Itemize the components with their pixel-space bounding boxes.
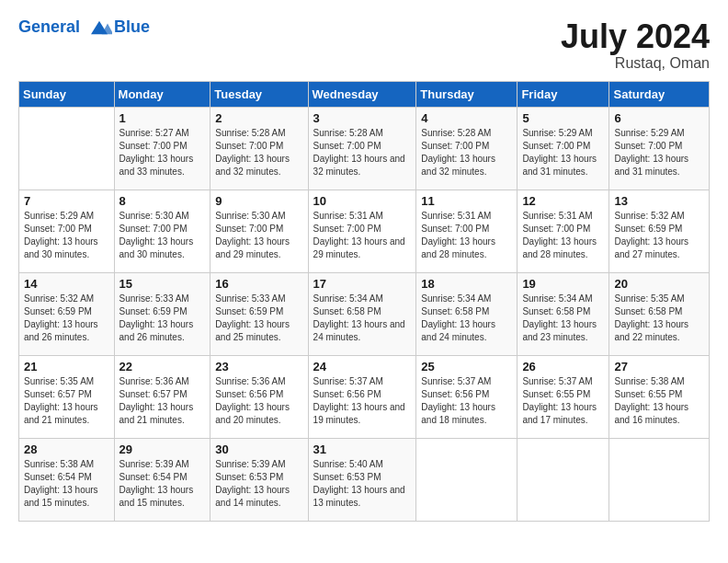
calendar-week-row: 1 Sunrise: 5:27 AM Sunset: 7:00 PM Dayli… xyxy=(19,107,710,190)
calendar-cell: 16 Sunrise: 5:33 AM Sunset: 6:59 PM Dayl… xyxy=(210,272,308,355)
calendar-cell: 17 Sunrise: 5:34 AM Sunset: 6:58 PM Dayl… xyxy=(308,272,416,355)
day-number: 3 xyxy=(313,111,412,125)
day-number: 13 xyxy=(614,194,704,208)
day-number: 22 xyxy=(119,360,206,373)
day-info: Sunrise: 5:30 AM Sunset: 7:00 PM Dayligh… xyxy=(215,210,302,261)
day-number: 11 xyxy=(421,194,512,208)
page-header: General Blue July 2024 Rustaq, Oman xyxy=(18,18,710,72)
day-info: Sunrise: 5:36 AM Sunset: 6:56 PM Dayligh… xyxy=(215,375,302,427)
day-number: 7 xyxy=(24,194,109,208)
day-info: Sunrise: 5:34 AM Sunset: 6:58 PM Dayligh… xyxy=(522,293,604,344)
calendar-cell: 7 Sunrise: 5:29 AM Sunset: 7:00 PM Dayli… xyxy=(19,190,115,272)
day-number: 10 xyxy=(313,194,412,208)
day-number: 27 xyxy=(614,360,704,373)
day-info: Sunrise: 5:34 AM Sunset: 6:58 PM Dayligh… xyxy=(313,293,412,344)
calendar-cell: 6 Sunrise: 5:29 AM Sunset: 7:00 PM Dayli… xyxy=(609,107,710,190)
day-info: Sunrise: 5:35 AM Sunset: 6:57 PM Dayligh… xyxy=(24,375,109,427)
day-info: Sunrise: 5:27 AM Sunset: 7:00 PM Dayligh… xyxy=(119,127,206,178)
day-number: 26 xyxy=(522,360,604,373)
day-number: 17 xyxy=(313,277,412,291)
weekday-header-cell: Saturday xyxy=(609,81,710,107)
day-number: 20 xyxy=(614,277,704,291)
calendar-cell: 15 Sunrise: 5:33 AM Sunset: 6:59 PM Dayl… xyxy=(114,272,210,355)
weekday-header-cell: Thursday xyxy=(416,81,518,107)
day-number: 23 xyxy=(215,360,302,373)
day-number: 8 xyxy=(119,194,206,208)
logo-icon xyxy=(86,19,112,36)
day-info: Sunrise: 5:37 AM Sunset: 6:56 PM Dayligh… xyxy=(313,375,412,427)
calendar-cell xyxy=(609,438,710,521)
day-info: Sunrise: 5:36 AM Sunset: 6:57 PM Dayligh… xyxy=(119,375,206,427)
day-number: 12 xyxy=(522,194,604,208)
day-info: Sunrise: 5:32 AM Sunset: 6:59 PM Dayligh… xyxy=(24,293,109,344)
calendar-cell: 30 Sunrise: 5:39 AM Sunset: 6:53 PM Dayl… xyxy=(210,438,308,521)
day-info: Sunrise: 5:29 AM Sunset: 7:00 PM Dayligh… xyxy=(522,127,604,178)
day-number: 21 xyxy=(24,360,109,373)
calendar-week-row: 7 Sunrise: 5:29 AM Sunset: 7:00 PM Dayli… xyxy=(19,190,710,272)
day-info: Sunrise: 5:35 AM Sunset: 6:58 PM Dayligh… xyxy=(614,293,704,344)
logo: General Blue xyxy=(18,18,150,37)
calendar-cell: 1 Sunrise: 5:27 AM Sunset: 7:00 PM Dayli… xyxy=(114,107,210,190)
calendar-cell: 23 Sunrise: 5:36 AM Sunset: 6:56 PM Dayl… xyxy=(210,355,308,438)
calendar-cell: 10 Sunrise: 5:31 AM Sunset: 7:00 PM Dayl… xyxy=(308,190,416,272)
calendar-cell: 13 Sunrise: 5:32 AM Sunset: 6:59 PM Dayl… xyxy=(609,190,710,272)
month-year: July 2024 xyxy=(561,18,710,55)
calendar-cell: 5 Sunrise: 5:29 AM Sunset: 7:00 PM Dayli… xyxy=(518,107,609,190)
day-number: 29 xyxy=(119,442,206,456)
title-block: July 2024 Rustaq, Oman xyxy=(561,18,710,72)
day-number: 5 xyxy=(522,111,604,125)
day-number: 28 xyxy=(24,442,109,456)
day-info: Sunrise: 5:39 AM Sunset: 6:54 PM Dayligh… xyxy=(119,458,206,510)
location: Rustaq, Oman xyxy=(561,55,710,72)
day-number: 1 xyxy=(119,111,206,125)
day-info: Sunrise: 5:28 AM Sunset: 7:00 PM Dayligh… xyxy=(215,127,302,178)
calendar-week-row: 14 Sunrise: 5:32 AM Sunset: 6:59 PM Dayl… xyxy=(19,272,710,355)
day-info: Sunrise: 5:28 AM Sunset: 7:00 PM Dayligh… xyxy=(313,127,412,178)
day-number: 31 xyxy=(313,442,412,456)
day-number: 4 xyxy=(421,111,512,125)
calendar-cell: 12 Sunrise: 5:31 AM Sunset: 7:00 PM Dayl… xyxy=(518,190,609,272)
calendar-week-row: 21 Sunrise: 5:35 AM Sunset: 6:57 PM Dayl… xyxy=(19,355,710,438)
day-number: 24 xyxy=(313,360,412,373)
day-number: 25 xyxy=(421,360,512,373)
day-info: Sunrise: 5:31 AM Sunset: 7:00 PM Dayligh… xyxy=(421,210,512,261)
day-info: Sunrise: 5:37 AM Sunset: 6:56 PM Dayligh… xyxy=(421,375,512,427)
day-info: Sunrise: 5:33 AM Sunset: 6:59 PM Dayligh… xyxy=(119,293,206,344)
weekday-header-cell: Monday xyxy=(114,81,210,107)
weekday-header-cell: Friday xyxy=(518,81,609,107)
calendar-body: 1 Sunrise: 5:27 AM Sunset: 7:00 PM Dayli… xyxy=(19,107,710,521)
day-info: Sunrise: 5:39 AM Sunset: 6:53 PM Dayligh… xyxy=(215,458,302,510)
day-number: 16 xyxy=(215,277,302,291)
calendar-cell: 9 Sunrise: 5:30 AM Sunset: 7:00 PM Dayli… xyxy=(210,190,308,272)
calendar-cell: 14 Sunrise: 5:32 AM Sunset: 6:59 PM Dayl… xyxy=(19,272,115,355)
calendar-cell: 27 Sunrise: 5:38 AM Sunset: 6:55 PM Dayl… xyxy=(609,355,710,438)
calendar-cell: 11 Sunrise: 5:31 AM Sunset: 7:00 PM Dayl… xyxy=(416,190,518,272)
day-info: Sunrise: 5:34 AM Sunset: 6:58 PM Dayligh… xyxy=(421,293,512,344)
calendar-cell: 26 Sunrise: 5:37 AM Sunset: 6:55 PM Dayl… xyxy=(518,355,609,438)
calendar-week-row: 28 Sunrise: 5:38 AM Sunset: 6:54 PM Dayl… xyxy=(19,438,710,521)
day-info: Sunrise: 5:30 AM Sunset: 7:00 PM Dayligh… xyxy=(119,210,206,261)
day-info: Sunrise: 5:32 AM Sunset: 6:59 PM Dayligh… xyxy=(614,210,704,261)
day-number: 2 xyxy=(215,111,302,125)
day-info: Sunrise: 5:33 AM Sunset: 6:59 PM Dayligh… xyxy=(215,293,302,344)
calendar-cell: 21 Sunrise: 5:35 AM Sunset: 6:57 PM Dayl… xyxy=(19,355,115,438)
weekday-header-cell: Wednesday xyxy=(308,81,416,107)
calendar-cell: 8 Sunrise: 5:30 AM Sunset: 7:00 PM Dayli… xyxy=(114,190,210,272)
logo-text: General xyxy=(18,18,112,37)
weekday-header-cell: Tuesday xyxy=(210,81,308,107)
calendar-cell: 22 Sunrise: 5:36 AM Sunset: 6:57 PM Dayl… xyxy=(114,355,210,438)
day-number: 14 xyxy=(24,277,109,291)
day-number: 18 xyxy=(421,277,512,291)
day-info: Sunrise: 5:31 AM Sunset: 7:00 PM Dayligh… xyxy=(522,210,604,261)
calendar-cell: 4 Sunrise: 5:28 AM Sunset: 7:00 PM Dayli… xyxy=(416,107,518,190)
calendar-table: SundayMondayTuesdayWednesdayThursdayFrid… xyxy=(18,81,710,522)
day-info: Sunrise: 5:31 AM Sunset: 7:00 PM Dayligh… xyxy=(313,210,412,261)
weekday-header-row: SundayMondayTuesdayWednesdayThursdayFrid… xyxy=(19,81,710,107)
calendar-cell: 2 Sunrise: 5:28 AM Sunset: 7:00 PM Dayli… xyxy=(210,107,308,190)
day-info: Sunrise: 5:40 AM Sunset: 6:53 PM Dayligh… xyxy=(313,458,412,510)
day-number: 30 xyxy=(215,442,302,456)
calendar-cell: 18 Sunrise: 5:34 AM Sunset: 6:58 PM Dayl… xyxy=(416,272,518,355)
calendar-cell xyxy=(518,438,609,521)
calendar-cell: 20 Sunrise: 5:35 AM Sunset: 6:58 PM Dayl… xyxy=(609,272,710,355)
weekday-header-cell: Sunday xyxy=(19,81,115,107)
